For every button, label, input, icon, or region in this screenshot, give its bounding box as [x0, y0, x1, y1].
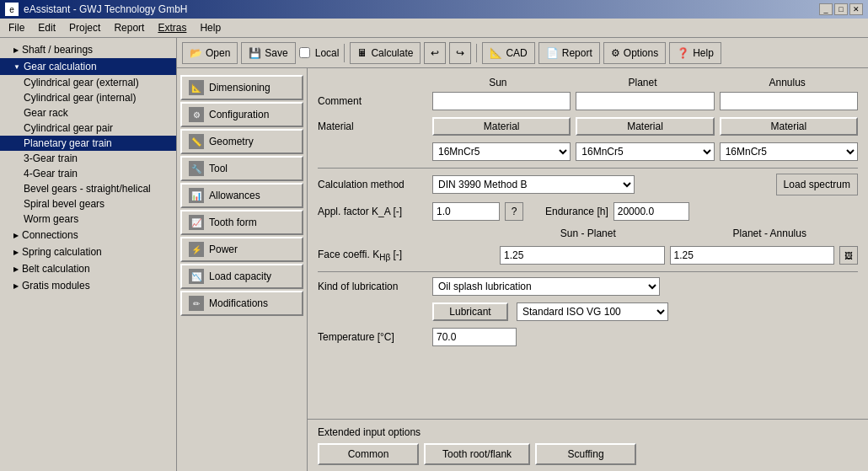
sidebar-item-bevel[interactable]: Bevel gears - straight/helical: [0, 181, 176, 196]
calculate-button[interactable]: 🖩 Calculate: [350, 42, 421, 64]
window-controls[interactable]: _ □ ✕: [819, 3, 863, 15]
appl-factor-label: Appl. factor K_A [-]: [318, 206, 427, 217]
face-coeff-planet-input[interactable]: [670, 246, 835, 265]
sidebar-group-gratis-header[interactable]: ▶ Gratis modules: [0, 277, 176, 294]
power-button[interactable]: ⚡ Power: [180, 237, 303, 262]
modifications-button[interactable]: ✏ Modifications: [180, 291, 303, 316]
menu-report[interactable]: Report: [109, 20, 149, 35]
material-planet-button[interactable]: Material: [576, 117, 714, 136]
scuffing-button[interactable]: Scuffing: [535, 443, 636, 465]
open-button[interactable]: 📂 Open: [182, 42, 238, 64]
menu-help[interactable]: Help: [195, 20, 226, 35]
empty-header: [318, 77, 427, 88]
material-dropdown-row: 16MnCr5 16MnCr5 16MnCr5: [318, 142, 858, 161]
lubricant-select[interactable]: Standard ISO VG 100: [517, 302, 668, 321]
comment-annulus-input[interactable]: [720, 92, 858, 110]
save-button[interactable]: 💾 Save: [241, 42, 295, 64]
allowances-button[interactable]: 📊 Allowances: [180, 183, 303, 208]
material-row: Material Material Material Material: [318, 117, 858, 136]
sidebar-group-belt-header[interactable]: ▶ Belt calculation: [0, 260, 176, 277]
comment-sun-input[interactable]: [432, 92, 571, 110]
help-button[interactable]: ❓ Help: [669, 42, 721, 64]
planet-annulus-label: Planet - Annulus: [682, 227, 859, 239]
sidebar-group-spring-header[interactable]: ▶ Spring calculation: [0, 244, 176, 260]
sidebar-item-3gear[interactable]: 3-Gear train: [0, 151, 176, 166]
comment-inputs: [432, 92, 858, 110]
material-sun-button[interactable]: Material: [432, 117, 571, 136]
close-btn[interactable]: ✕: [849, 3, 863, 15]
chevron-right-icon-2: ▶: [13, 232, 19, 239]
material-annulus-select[interactable]: 16MnCr5: [720, 142, 858, 161]
toolbar-divider-1: [344, 44, 345, 62]
geometry-icon: 📏: [189, 134, 204, 149]
calc-method-label: Calculation method: [318, 179, 427, 190]
form-container: Sun Planet Annulus Comment: [308, 68, 868, 471]
geometry-button[interactable]: 📏 Geometry: [180, 129, 303, 154]
lubricant-button[interactable]: Lubricant: [432, 302, 508, 321]
local-checkbox[interactable]: [299, 47, 310, 58]
inner-content: 📐 Dimensioning ⚙ Configuration 📏 Geometr…: [177, 68, 868, 471]
sidebar-group-spring: ▶ Spring calculation: [0, 244, 176, 260]
cad-button[interactable]: 📐 CAD: [482, 42, 534, 64]
menu-project[interactable]: Project: [64, 20, 105, 35]
tooth-root-flank-button[interactable]: Tooth root/flank: [424, 443, 530, 465]
material-annulus-button[interactable]: Material: [720, 117, 858, 136]
comment-planet-input[interactable]: [576, 92, 714, 110]
maximize-btn[interactable]: □: [834, 3, 848, 15]
tool-button[interactable]: 🔧 Tool: [180, 156, 303, 181]
minimize-btn[interactable]: _: [819, 3, 833, 15]
annulus-header: Annulus: [716, 77, 858, 88]
face-coeff-label: Face coeffi. KHβ [-]: [318, 249, 427, 262]
column-headers: Sun Planet Annulus: [318, 77, 858, 88]
menu-extras[interactable]: Extras: [153, 20, 191, 35]
redo-button[interactable]: ↪: [449, 42, 471, 64]
sidebar-item-cyl-ext[interactable]: Cylindrical gear (external): [0, 75, 176, 90]
lubrication-select[interactable]: Oil splash lubrication: [432, 277, 660, 296]
sidebar-item-worm[interactable]: Worm gears: [0, 211, 176, 227]
modifications-icon: ✏: [189, 296, 204, 311]
lubrication-label: Kind of lubrication: [318, 281, 427, 292]
tool-icon: 🔧: [189, 161, 204, 176]
temperature-input[interactable]: [432, 328, 517, 346]
material-sun-select[interactable]: 16MnCr5: [432, 142, 571, 161]
tooth-form-button[interactable]: 📈 Tooth form: [180, 210, 303, 235]
sidebar-group-spring-label: Spring calculation: [22, 246, 102, 258]
chevron-down-icon: ▼: [13, 63, 20, 71]
appl-factor-help-button[interactable]: ?: [505, 202, 523, 221]
options-icon: ⚙: [611, 47, 620, 59]
dimensioning-button[interactable]: 📐 Dimensioning: [180, 75, 303, 100]
face-coeff-header-row: Sun - Planet Planet - Annulus: [318, 227, 858, 239]
sidebar-item-4gear[interactable]: 4-Gear train: [0, 166, 176, 181]
sidebar-group-gear-header[interactable]: ▼ Gear calculation: [0, 58, 176, 75]
material-planet-select[interactable]: 16MnCr5: [576, 142, 714, 161]
menu-edit[interactable]: Edit: [33, 20, 61, 35]
configuration-button[interactable]: ⚙ Configuration: [180, 102, 303, 127]
sidebar-item-planetary[interactable]: Planetary gear train: [0, 136, 176, 151]
sidebar-item-cyl-pair[interactable]: Cylindrical gear pair: [0, 120, 176, 136]
report-icon: 📄: [546, 47, 559, 59]
sidebar-item-spiral-bevel[interactable]: Spiral bevel gears: [0, 196, 176, 211]
menu-file[interactable]: File: [3, 20, 29, 35]
appl-factor-input[interactable]: [432, 202, 500, 221]
sidebar-group-shaft-header[interactable]: ▶ Shaft / bearings: [0, 41, 176, 58]
endurance-input[interactable]: [613, 202, 689, 221]
face-coeff-sun-input[interactable]: [500, 246, 665, 265]
face-coeff-image-button[interactable]: 🖼: [839, 246, 858, 265]
sidebar: ▶ Shaft / bearings ▼ Gear calculation Cy…: [0, 38, 177, 471]
sidebar-item-gear-rack[interactable]: Gear rack: [0, 105, 176, 120]
load-spectrum-button[interactable]: Load spectrum: [776, 174, 858, 195]
common-button[interactable]: Common: [318, 443, 419, 465]
sidebar-group-connections-header[interactable]: ▶ Connections: [0, 227, 176, 244]
chevron-right-icon-3: ▶: [13, 249, 19, 256]
material-selects: 16MnCr5 16MnCr5 16MnCr5: [432, 142, 858, 161]
calc-method-select[interactable]: DIN 3990 Method B: [432, 175, 635, 194]
report-button[interactable]: 📄 Report: [538, 42, 600, 64]
content-toolbar: 📂 Open 💾 Save Local 🖩 Calculate ↩ ↪ 📐 CA…: [177, 38, 868, 68]
configuration-icon: ⚙: [189, 107, 204, 122]
undo-button[interactable]: ↩: [424, 42, 446, 64]
options-button[interactable]: ⚙ Options: [603, 42, 666, 64]
sidebar-item-cyl-int[interactable]: Cylindrical gear (internal): [0, 90, 176, 105]
load-capacity-button[interactable]: 📉 Load capacity: [180, 264, 303, 289]
temperature-label: Temperature [°C]: [318, 331, 427, 343]
sidebar-item-shaft-label: Shaft / bearings: [22, 44, 93, 56]
